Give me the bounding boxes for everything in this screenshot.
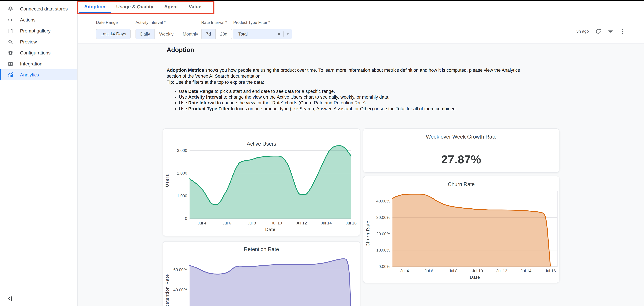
svg-text:Jul 6: Jul 6 bbox=[425, 269, 433, 273]
code-icon bbox=[8, 61, 14, 67]
rate-interval-segments: 7d 28d bbox=[201, 29, 232, 39]
intro-line2: section of the Vertex AI Search document… bbox=[167, 74, 262, 79]
svg-text:40.00%: 40.00% bbox=[174, 288, 187, 292]
product-type-value: Total bbox=[233, 31, 275, 37]
product-type-filter: Product Type Filter * Total bbox=[233, 20, 292, 39]
activity-interval-label: Activity Interval * bbox=[136, 20, 203, 25]
actions-arrow-icon bbox=[8, 17, 14, 23]
sidebar-item-label: Actions bbox=[20, 17, 36, 23]
svg-text:Jul 12: Jul 12 bbox=[496, 269, 507, 273]
collapse-panel-icon[interactable] bbox=[7, 295, 14, 302]
svg-text:Churn Rate: Churn Rate bbox=[365, 221, 370, 246]
dropdown-arrow-icon[interactable] bbox=[284, 30, 292, 38]
growth-rate-card: Week over Week Growth Rate 27.87% bbox=[363, 128, 560, 173]
sidebar-item-integration[interactable]: Integration bbox=[0, 58, 78, 69]
clear-icon[interactable] bbox=[275, 30, 283, 38]
sidebar-item-connected-data-stores[interactable]: Connected data stores bbox=[0, 3, 78, 14]
refresh-icon[interactable] bbox=[594, 27, 602, 35]
svg-text:Retention Rate: Retention Rate bbox=[165, 274, 170, 306]
svg-text:2,000: 2,000 bbox=[177, 171, 187, 175]
svg-text:Jul 10: Jul 10 bbox=[271, 221, 282, 225]
segment-7d[interactable]: 7d bbox=[202, 29, 215, 39]
svg-text:60.00%: 60.00% bbox=[174, 267, 187, 272]
filter-bar: Date Range Last 14 Days Activity Interva… bbox=[78, 13, 644, 44]
tab-value[interactable]: Value bbox=[183, 1, 207, 13]
window-top-edge bbox=[0, 0, 644, 1]
svg-text:Jul 6: Jul 6 bbox=[222, 221, 231, 225]
refresh-cluster: 3h ago bbox=[576, 27, 626, 35]
tab-bar: Adoption Usage & Quality Agent Value bbox=[78, 1, 644, 13]
churn-rate-card: Churn Rate 0.00%10.00%20.00%30.00%40.00%… bbox=[363, 176, 560, 283]
svg-text:Jul 16: Jul 16 bbox=[545, 269, 556, 273]
rate-interval-filter: Rate Interval * 7d 28d bbox=[201, 20, 232, 39]
tab-usage-quality[interactable]: Usage & Quality bbox=[111, 1, 159, 13]
svg-text:0: 0 bbox=[185, 216, 187, 221]
prompt-gallery-icon bbox=[8, 28, 14, 34]
svg-text:Jul 8: Jul 8 bbox=[248, 221, 256, 225]
analytics-chart-icon bbox=[8, 72, 14, 78]
intro-paragraph: Adoption Metrics shows you how people ar… bbox=[167, 67, 566, 79]
main-content: Adoption Adoption Metrics shows you how … bbox=[78, 43, 644, 306]
sidebar-item-configurations[interactable]: Configurations bbox=[0, 47, 78, 58]
sidebar-item-prompt-gallery[interactable]: Prompt gallery bbox=[0, 25, 78, 36]
list-item: Use Product Type Filter to focus on one … bbox=[179, 106, 457, 112]
activity-interval-filter: Activity Interval * Daily Weekly Monthly bbox=[136, 20, 203, 39]
sidebar-item-label: Configurations bbox=[20, 50, 51, 56]
page-title: Adoption bbox=[167, 46, 194, 53]
sidebar-item-label: Prompt gallery bbox=[20, 28, 51, 34]
sidebar-item-label: Integration bbox=[20, 61, 42, 67]
sidebar-item-actions[interactable]: Actions bbox=[0, 14, 78, 25]
product-type-chip[interactable]: Total bbox=[233, 29, 292, 39]
svg-text:Jul 4: Jul 4 bbox=[400, 269, 409, 273]
tips-list: Use Date Range to pick a start and end d… bbox=[167, 88, 457, 112]
magnifier-icon bbox=[8, 39, 14, 45]
active-users-chart: 01,0002,0003,000Jul 4Jul 6Jul 8Jul 10Jul… bbox=[163, 129, 360, 236]
intro-line1: shows you how people are using the produ… bbox=[204, 68, 520, 73]
tab-agent[interactable]: Agent bbox=[159, 1, 183, 13]
svg-text:1,000: 1,000 bbox=[177, 193, 187, 198]
segment-weekly[interactable]: Weekly bbox=[154, 29, 178, 39]
intro-bold: Adoption Metrics bbox=[167, 68, 204, 73]
sidebar-item-preview[interactable]: Preview bbox=[0, 36, 78, 47]
date-range-chip[interactable]: Last 14 Days bbox=[96, 29, 130, 39]
list-item: Use Activity Interval to change the view… bbox=[179, 94, 457, 100]
product-type-label: Product Type Filter * bbox=[233, 20, 292, 25]
segment-28d[interactable]: 28d bbox=[215, 29, 232, 39]
svg-text:10.00%: 10.00% bbox=[376, 248, 390, 252]
segment-monthly[interactable]: Monthly bbox=[178, 29, 202, 39]
filter-list-icon[interactable] bbox=[607, 27, 614, 35]
segment-daily[interactable]: Daily bbox=[136, 29, 154, 39]
sidebar: Connected data stores Actions bbox=[0, 1, 78, 306]
gear-icon bbox=[8, 50, 14, 56]
churn-rate-chart: 0.00%10.00%20.00%30.00%40.00%Jul 4Jul 6J… bbox=[363, 176, 560, 283]
active-users-card: Active Users 01,0002,0003,000Jul 4Jul 6J… bbox=[162, 128, 360, 236]
svg-text:Jul 14: Jul 14 bbox=[521, 269, 532, 273]
svg-text:Jul 4: Jul 4 bbox=[198, 221, 206, 225]
retention-rate-card: Retention Rate 40.00%60.00%Retention Rat… bbox=[162, 241, 360, 306]
activity-interval-segments: Daily Weekly Monthly bbox=[136, 29, 203, 39]
svg-text:3,000: 3,000 bbox=[177, 148, 187, 153]
svg-text:30.00%: 30.00% bbox=[376, 215, 390, 220]
last-refreshed-text: 3h ago bbox=[576, 29, 589, 34]
svg-text:Jul 14: Jul 14 bbox=[321, 221, 332, 225]
main-header: Adoption Usage & Quality Agent Value Dat… bbox=[78, 1, 644, 44]
list-item: Use Date Range to pick a start and end d… bbox=[179, 88, 457, 94]
svg-text:Jul 16: Jul 16 bbox=[346, 221, 356, 225]
svg-text:Date: Date bbox=[265, 227, 276, 232]
svg-text:Jul 8: Jul 8 bbox=[449, 269, 458, 273]
svg-text:Jul 10: Jul 10 bbox=[472, 269, 483, 273]
svg-text:Date: Date bbox=[470, 275, 480, 280]
sidebar-item-analytics[interactable]: Analytics bbox=[0, 69, 78, 80]
metric-title: Week over Week Growth Rate bbox=[363, 134, 559, 140]
more-vert-icon[interactable] bbox=[619, 27, 626, 35]
svg-text:40.00%: 40.00% bbox=[376, 199, 390, 203]
retention-rate-chart: 40.00%60.00%Retention Rate bbox=[163, 242, 360, 306]
svg-text:20.00%: 20.00% bbox=[376, 232, 390, 236]
tab-adoption[interactable]: Adoption bbox=[79, 1, 111, 13]
date-range-filter: Date Range Last 14 Days bbox=[96, 20, 130, 39]
sidebar-item-label: Analytics bbox=[20, 72, 39, 78]
tip-text: Tip: Use the filters at the top to explo… bbox=[167, 80, 264, 85]
date-range-label: Date Range bbox=[96, 20, 130, 25]
growth-rate-value: 27.87% bbox=[363, 153, 559, 166]
svg-text:Users: Users bbox=[165, 174, 170, 187]
